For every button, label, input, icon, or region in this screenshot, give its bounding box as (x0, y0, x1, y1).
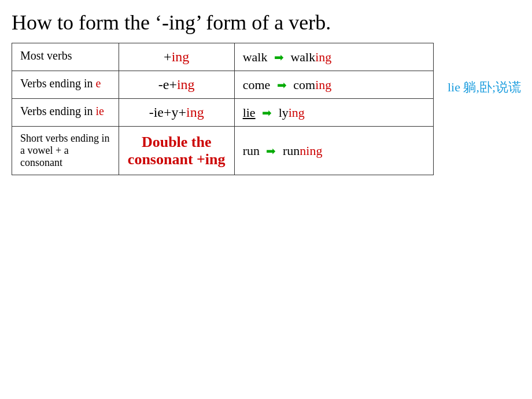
row4-example: run ➡ running (234, 127, 433, 175)
row3-example: lie ➡ lying (234, 99, 433, 127)
row1-rule-red: ing (172, 49, 190, 64)
table-row: Most verbs +ing walk ➡ walking (12, 43, 434, 71)
row2-example: come ➡ coming (234, 71, 433, 99)
content-area: Most verbs +ing walk ➡ walking Verbs end… (0, 43, 532, 175)
row3-example-red: ing (289, 105, 305, 120)
row3-rule: -ie+y+ing (119, 99, 234, 127)
table-row: Short verbs ending in a vowel + a conson… (12, 127, 434, 175)
table-row: Verbs ending in e -e+ing come ➡ coming (12, 71, 434, 99)
side-note: lie 躺,卧;说谎 (448, 77, 521, 97)
row2-example-red: ing (315, 77, 331, 92)
table-row: Verbs ending in ie -ie+y+ing lie ➡ lying (12, 99, 434, 127)
row2-label: Verbs ending in e (12, 71, 119, 99)
arrow-icon: ➡ (266, 144, 276, 158)
arrow-icon: ➡ (277, 78, 287, 92)
row1-example: walk ➡ walking (234, 43, 433, 71)
row1-rule: +ing (119, 43, 234, 71)
row2-rule-red: ing (177, 77, 195, 92)
row4-label: Short verbs ending in a vowel + a conson… (12, 127, 119, 175)
row1-label: Most verbs (12, 43, 119, 71)
ing-form-table: Most verbs +ing walk ➡ walking Verbs end… (12, 43, 434, 175)
arrow-icon: ➡ (262, 106, 272, 120)
row4-rule-text: Double the consonant +ing (128, 134, 226, 168)
row4-example-red: ning (300, 143, 322, 158)
row1-example-red: ing (315, 50, 331, 64)
row3-rule-red: ing (186, 105, 204, 120)
table-wrapper: Most verbs +ing walk ➡ walking Verbs end… (12, 43, 434, 175)
row3-label: Verbs ending in ie (12, 99, 119, 127)
row2-rule: -e+ing (119, 71, 234, 99)
page-title: How to form the ‘-ing’ form of a verb. (0, 0, 532, 43)
arrow-icon: ➡ (274, 50, 284, 64)
row4-rule: Double the consonant +ing (119, 127, 234, 175)
